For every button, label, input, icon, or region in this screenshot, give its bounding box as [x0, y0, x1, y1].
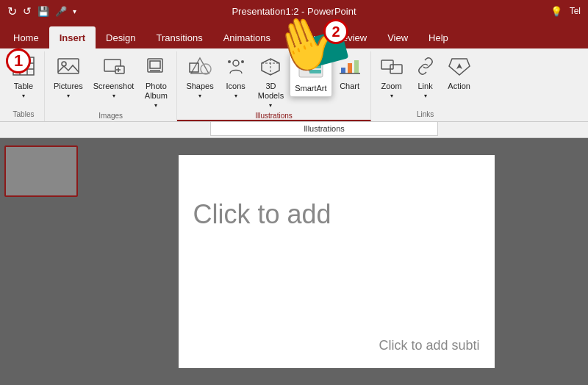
shapes-button[interactable]: Shapes ▾ [182, 53, 218, 102]
illustrations-group-label: Illustrations [255, 112, 293, 121]
screenshot-arrow: ▾ [112, 93, 115, 99]
images-group-label: Images [98, 112, 123, 121]
smartart-label: SmartArt [295, 84, 326, 93]
3d-models-label: 3D Models [258, 82, 284, 101]
action-icon [448, 56, 471, 80]
icons-label: Icons [226, 82, 245, 91]
illustrations-items: Shapes ▾ Icons ▾ [182, 53, 365, 112]
3d-models-icon [259, 56, 282, 80]
svg-rect-24 [309, 60, 321, 63]
slide[interactable]: Click to add Click to add subti [179, 155, 495, 368]
pictures-label: Pictures [54, 82, 83, 91]
photo-album-arrow: ▾ [154, 102, 157, 109]
microphone-icon[interactable]: 🎤 [55, 6, 67, 17]
icons-icon [224, 56, 248, 80]
svg-rect-25 [309, 65, 321, 68]
save-icon[interactable]: 💾 [37, 6, 49, 17]
table-label: Table [14, 82, 33, 91]
chart-icon [338, 56, 362, 80]
pictures-button[interactable]: Pictures ▾ [49, 53, 87, 102]
dropdown-icon[interactable]: ▾ [73, 7, 76, 15]
svg-point-18 [228, 60, 231, 63]
tel-label: Tel [570, 6, 581, 16]
undo-icon[interactable]: ↺ [23, 5, 32, 17]
tab-design[interactable]: Design [96, 26, 146, 48]
slide-canvas: Click to add Click to add subti [85, 138, 588, 385]
smartart-icon [298, 57, 324, 82]
pictures-icon [57, 56, 80, 80]
zoom-icon [380, 56, 404, 80]
tab-transitions[interactable]: Transitions [146, 26, 213, 48]
link-label: Link [418, 82, 433, 91]
zoom-arrow: ▾ [390, 93, 393, 99]
svg-rect-30 [341, 68, 345, 73]
slide-title-placeholder: Click to add [193, 199, 331, 230]
window-title: Presentation1:2 - PowerPoint [232, 6, 356, 17]
tab-show[interactable]: Show [281, 26, 326, 48]
slide-panel [0, 138, 85, 385]
link-arrow: ▾ [424, 93, 427, 99]
tab-review[interactable]: Review [326, 26, 378, 48]
3d-models-arrow: ▾ [269, 102, 272, 109]
links-items: Zoom ▾ Link ▾ [376, 53, 476, 110]
pictures-arrow: ▾ [67, 93, 70, 99]
svg-rect-32 [354, 60, 359, 73]
svg-rect-12 [150, 61, 160, 68]
svg-rect-31 [348, 63, 352, 73]
images-items: Pictures ▾ Screenshot ▾ [49, 53, 172, 112]
svg-marker-14 [191, 58, 209, 73]
titlebar: ↻ ↺ 💾 🎤 ▾ Presentation1:2 - PowerPoint 💡… [0, 0, 588, 22]
svg-point-17 [233, 60, 239, 66]
slide-thumbnail[interactable] [4, 145, 78, 197]
photo-album-button[interactable]: Photo Album ▾ [140, 53, 172, 112]
tab-home[interactable]: Home [3, 26, 49, 48]
shapes-arrow: ▾ [198, 93, 201, 99]
zoom-label: Zoom [381, 82, 402, 91]
ribbon: Table ▾ Tables Pictures ▾ [0, 48, 588, 122]
illustrations-bar: Illustrations [210, 122, 438, 136]
svg-rect-26 [309, 70, 321, 73]
tab-help[interactable]: Help [418, 26, 459, 48]
icons-arrow: ▾ [234, 93, 237, 99]
slide-subtitle-placeholder: Click to add subti [379, 338, 479, 353]
svg-rect-23 [301, 61, 308, 67]
screenshot-button[interactable]: Screenshot ▾ [89, 53, 139, 102]
tab-view[interactable]: View [377, 26, 418, 48]
titlebar-left: ↻ ↺ 💾 🎤 ▾ [7, 4, 76, 18]
link-icon [414, 56, 437, 80]
photo-album-label: Photo Album [145, 82, 168, 101]
screenshot-label: Screenshot [93, 82, 135, 91]
main-area: Click to add Click to add subti [0, 138, 588, 385]
chart-button[interactable]: Chart [334, 53, 366, 94]
link-button[interactable]: Link ▾ [409, 53, 442, 102]
zoom-button[interactable]: Zoom ▾ [376, 53, 408, 102]
ribbon-group-illustrations: Shapes ▾ Icons ▾ [177, 51, 370, 121]
photo-album-icon [144, 56, 168, 80]
svg-point-19 [241, 60, 244, 63]
3d-models-button[interactable]: 3D Models ▾ [254, 53, 288, 112]
screenshot-icon [102, 56, 126, 80]
action-button[interactable]: Action [443, 53, 476, 94]
ribbon-tabs: Home Insert Design Transitions Animation… [0, 22, 588, 48]
back-icon[interactable]: ↻ [7, 4, 17, 18]
step-1-badge: 1 [6, 48, 31, 73]
ribbon-group-images: Pictures ▾ Screenshot ▾ [45, 51, 177, 121]
titlebar-right: 💡 Tel [551, 6, 581, 17]
shapes-icon [188, 56, 212, 80]
table-dropdown-arrow: ▾ [22, 93, 25, 99]
tables-group-label: Tables [13, 110, 35, 120]
ribbon-group-links: Zoom ▾ Link ▾ [371, 51, 480, 121]
links-group-label: Links [417, 110, 434, 120]
tab-insert[interactable]: Insert [49, 26, 96, 48]
icons-button[interactable]: Icons ▾ [220, 53, 252, 102]
lightbulb-icon[interactable]: 💡 [551, 6, 562, 17]
smartart-button[interactable]: SmartArt [290, 53, 331, 97]
svg-marker-37 [456, 63, 462, 69]
chart-label: Chart [340, 82, 359, 91]
action-label: Action [448, 82, 470, 91]
tab-animations[interactable]: Animations [213, 26, 281, 48]
shapes-label: Shapes [186, 82, 213, 91]
